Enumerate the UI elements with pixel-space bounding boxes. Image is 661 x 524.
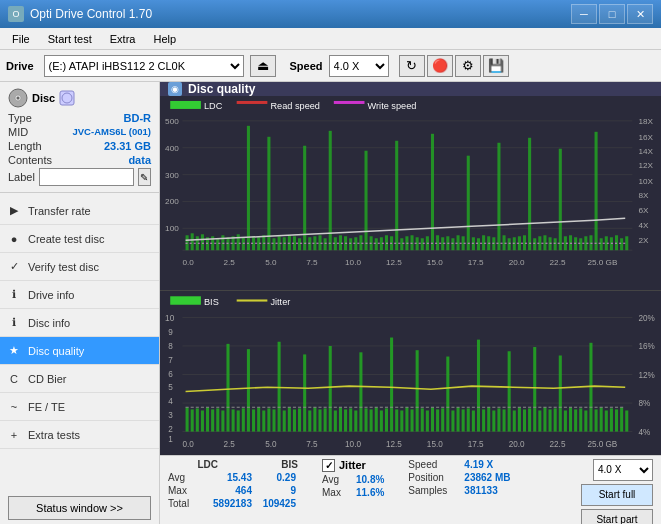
burn-button[interactable]: 🔴 (427, 55, 453, 77)
svg-text:22.5: 22.5 (550, 258, 566, 267)
type-row: Type BD-R (8, 112, 151, 124)
label-label: Label (8, 171, 35, 183)
svg-rect-182 (267, 408, 270, 431)
svg-rect-229 (508, 351, 511, 431)
nav-verify-test-disc[interactable]: ✓ Verify test disc (0, 253, 159, 281)
svg-rect-216 (441, 408, 444, 431)
nav-create-test-disc[interactable]: ● Create test disc (0, 225, 159, 253)
svg-rect-234 (533, 347, 536, 432)
nav-fe-te[interactable]: ~ FE / TE (0, 393, 159, 421)
nav-disc-quality[interactable]: ★ Disc quality (0, 337, 159, 365)
stats-headers: LDC BIS (168, 459, 298, 470)
menu-help[interactable]: Help (145, 31, 184, 47)
svg-rect-98 (467, 156, 470, 251)
eject-button[interactable]: ⏏ (250, 55, 276, 77)
svg-rect-8 (237, 101, 268, 104)
svg-rect-65 (298, 238, 301, 250)
speed-dropdown[interactable]: 4.0 X (593, 459, 653, 481)
svg-rect-195 (334, 410, 337, 431)
svg-rect-191 (313, 407, 316, 431)
svg-rect-168 (196, 408, 199, 431)
svg-rect-228 (503, 409, 506, 431)
svg-rect-222 (472, 410, 475, 431)
bis-avg: 0.29 (256, 472, 296, 483)
svg-rect-10 (334, 101, 365, 104)
svg-rect-75 (349, 238, 352, 250)
total-label: Total (168, 498, 198, 509)
bis-max: 9 (256, 485, 296, 496)
disc-info-section: Disc Type BD-R MID JVC-AMS6L (001) Lengt… (0, 82, 159, 193)
svg-rect-91 (431, 134, 434, 250)
svg-rect-110 (528, 138, 531, 250)
svg-rect-210 (411, 409, 414, 431)
svg-rect-213 (426, 410, 429, 431)
speed-select[interactable]: 4.0 X (329, 55, 389, 77)
save-button[interactable]: 💾 (483, 55, 509, 77)
disc-info-icon: ℹ (6, 315, 22, 331)
jitter-avg-label: Avg (322, 474, 352, 485)
minimize-button[interactable]: ─ (571, 4, 597, 24)
max-label: Max (168, 485, 198, 496)
label-edit-button[interactable]: ✎ (138, 168, 151, 186)
svg-rect-187 (293, 409, 296, 431)
svg-rect-225 (487, 407, 490, 431)
svg-rect-207 (395, 409, 398, 431)
nav-transfer-rate[interactable]: ▶ Transfer rate (0, 197, 159, 225)
chart-header: ◉ Disc quality (160, 82, 661, 96)
jitter-checkbox[interactable]: ✓ (322, 459, 335, 472)
svg-rect-193 (324, 408, 327, 431)
nav-extra-tests[interactable]: + Extra tests (0, 421, 159, 449)
svg-text:12%: 12% (639, 370, 656, 380)
drive-label: Drive (6, 60, 34, 72)
svg-text:8X: 8X (639, 192, 650, 201)
settings-button[interactable]: ⚙ (455, 55, 481, 77)
svg-rect-104 (497, 143, 500, 250)
speed-stat-label: Speed (408, 459, 458, 470)
nav-section: ▶ Transfer rate ● Create test disc ✓ Ver… (0, 193, 159, 492)
start-full-button[interactable]: Start full (581, 484, 653, 506)
position-label: Position (408, 472, 458, 483)
svg-rect-215 (436, 409, 439, 431)
refresh-button[interactable]: ↻ (399, 55, 425, 77)
ldc-max: 464 (202, 485, 252, 496)
menu-file[interactable]: File (4, 31, 38, 47)
maximize-button[interactable]: □ (599, 4, 625, 24)
svg-rect-59 (267, 137, 270, 250)
menu-start-test[interactable]: Start test (40, 31, 100, 47)
svg-rect-186 (288, 407, 291, 431)
svg-rect-115 (554, 238, 557, 250)
svg-text:18X: 18X (639, 117, 654, 126)
menu-extra[interactable]: Extra (102, 31, 144, 47)
length-value: 23.31 GB (104, 140, 151, 152)
svg-rect-185 (283, 410, 286, 431)
speed-pos-stats: Speed 4.19 X Position 23862 MB Samples 3… (408, 459, 510, 496)
start-part-button[interactable]: Start part (581, 509, 653, 524)
left-panel: Disc Type BD-R MID JVC-AMS6L (001) Lengt… (0, 82, 160, 524)
svg-rect-196 (339, 407, 342, 431)
nav-disc-info[interactable]: ℹ Disc info (0, 309, 159, 337)
svg-text:4X: 4X (639, 221, 650, 230)
disc-svg-icon (8, 88, 28, 108)
svg-text:6X: 6X (639, 206, 650, 215)
svg-rect-171 (211, 409, 214, 431)
svg-rect-209 (405, 407, 408, 431)
label-input[interactable] (39, 168, 134, 186)
drive-select[interactable]: (E:) ATAPI iHBS112 2 CL0K (44, 55, 244, 77)
nav-cd-bier[interactable]: C CD Bier (0, 365, 159, 393)
svg-text:3: 3 (168, 410, 173, 420)
chart1-container: LDC Read speed Write speed 500 400 300 2… (160, 96, 661, 291)
svg-rect-208 (400, 410, 403, 431)
nav-drive-info[interactable]: ℹ Drive info (0, 281, 159, 309)
close-button[interactable]: ✕ (627, 4, 653, 24)
svg-text:Read speed: Read speed (270, 101, 320, 111)
svg-rect-6 (170, 101, 201, 109)
svg-text:4: 4 (168, 396, 173, 406)
position-val: 23862 MB (464, 472, 510, 483)
svg-text:15.0: 15.0 (427, 439, 443, 449)
svg-rect-232 (523, 409, 526, 431)
status-window-button[interactable]: Status window >> (8, 496, 151, 520)
svg-text:0.0: 0.0 (182, 258, 194, 267)
svg-rect-211 (416, 350, 419, 431)
svg-rect-235 (538, 410, 541, 431)
svg-rect-84 (395, 141, 398, 250)
